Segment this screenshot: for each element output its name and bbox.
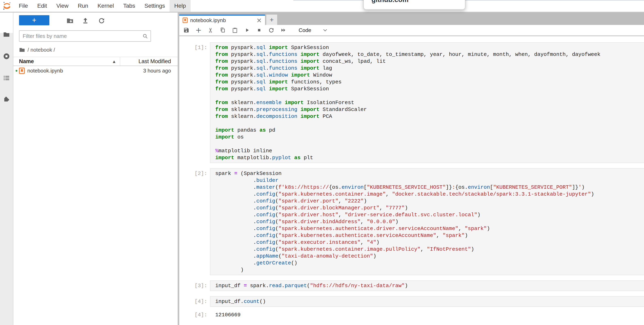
fast-forward-icon — [280, 27, 286, 33]
code-cell-input[interactable]: input_df = spark.read.parquet("hdfs://hd… — [210, 280, 644, 291]
code-line: .config("spark.kubernetes.authenticate.d… — [215, 225, 641, 232]
kernel-running-dot — [16, 70, 18, 72]
cut-cells-button[interactable]: ✂ — [206, 26, 215, 35]
column-header-last-modified[interactable]: Last Modified — [120, 57, 178, 66]
notebook-icon — [182, 18, 188, 23]
filter-files-input[interactable] — [20, 31, 150, 41]
restart-run-all-button[interactable] — [279, 26, 288, 35]
running-sessions-icon[interactable] — [3, 53, 10, 60]
cell-type-dropdown[interactable]: Code — [296, 26, 330, 35]
code-line — [215, 92, 641, 99]
code-line: input_df = spark.read.parquet("hdfs://hd… — [215, 282, 641, 289]
code-line: from pyspark.sql.functions import dayofw… — [215, 51, 641, 58]
column-header-name[interactable]: Name ▲ — [13, 58, 120, 65]
file-row[interactable]: notebook.ipynb3 hours ago — [13, 66, 178, 75]
insert-cell-button[interactable]: + — [194, 26, 203, 35]
file-name: notebook.ipynb — [27, 68, 63, 74]
restart-kernel-button[interactable] — [267, 26, 276, 35]
new-launcher-button[interactable]: + — [19, 15, 49, 25]
home-folder-icon — [19, 47, 25, 53]
menu-edit[interactable]: Edit — [32, 0, 52, 12]
notebook-cell: [4]:input_df.count() — [179, 296, 644, 307]
menu-run[interactable]: Run — [73, 0, 93, 12]
code-cell-input[interactable]: input_df.count() — [210, 296, 644, 307]
cell-input-prompt: [1]: — [179, 42, 210, 163]
cell-input-prompt: [4]: — [179, 296, 210, 307]
origin-popup: github.com — [364, 0, 465, 10]
breadcrumb-path: / notebook / — [28, 47, 55, 53]
code-cell-input[interactable]: spark = (SparkSession .builder .master(f… — [210, 168, 644, 275]
run-cell-button[interactable] — [242, 26, 252, 35]
main-dock-panel: notebook.ipynb × + + ✂ — [179, 13, 644, 325]
file-list: notebook.ipynb3 hours ago — [13, 66, 178, 75]
copy-cells-button[interactable] — [218, 26, 228, 35]
upload-icon — [82, 17, 89, 24]
refresh-icon — [98, 17, 105, 24]
cell-output-prompt: [4]: — [179, 309, 210, 318]
notebook-cell: [1]:from pyspark.sql import SparkSession… — [179, 42, 644, 163]
code-line: input_df.count() — [215, 298, 641, 305]
cell-output: [4]:12106669 — [179, 309, 644, 318]
scissors-icon: ✂ — [208, 28, 214, 33]
upload-button[interactable] — [81, 16, 90, 25]
activity-tab-active-highlight — [0, 13, 13, 33]
menu-bar: FileEditViewRunKernelTabsSettingsHelp — [0, 0, 644, 13]
code-cell-input[interactable]: from pyspark.sql import SparkSessionfrom… — [210, 42, 644, 163]
file-last-modified: 3 hours ago — [143, 68, 178, 74]
code-line: from pyspark.sql import SparkSession — [215, 86, 641, 92]
code-line: .config("spark.kubernetes.authenticate.s… — [215, 232, 641, 239]
cell-input-prompt: [3]: — [179, 280, 210, 291]
file-list-header: Name ▲ Last Modified — [13, 57, 178, 66]
notebook-cell: [2]:spark = (SparkSession .builder .mast… — [179, 168, 644, 275]
new-launcher-plus: + — [32, 16, 36, 25]
notebook-cell: [3]:input_df = spark.read.parquet("hdfs:… — [179, 280, 644, 291]
code-line: .builder — [215, 177, 641, 184]
file-browser-icon[interactable] — [3, 31, 10, 38]
code-line: from sklearn.preprocessing import Standa… — [215, 106, 641, 113]
menu-help[interactable]: Help — [170, 0, 190, 12]
code-line: import os — [215, 134, 641, 141]
cell-output-text: 12106669 — [210, 309, 240, 318]
cell-type-value: Code — [299, 27, 311, 34]
menu-kernel[interactable]: Kernel — [93, 0, 118, 12]
notebook-content: [1]:from pyspark.sql import SparkSession… — [179, 37, 644, 325]
menu-file[interactable]: File — [14, 0, 32, 12]
paste-cells-button[interactable] — [230, 26, 240, 35]
code-line: .config("spark.driver.host", "driver-ser… — [215, 211, 641, 218]
code-line: .config("spark.driver.port", "2222") — [215, 198, 641, 204]
menu-tabs[interactable]: Tabs — [118, 0, 140, 12]
code-line: .getOrCreate() — [215, 260, 641, 266]
menu-view[interactable]: View — [52, 0, 73, 12]
code-line: spark = (SparkSession — [215, 170, 641, 177]
menu-settings[interactable]: Settings — [140, 0, 170, 12]
code-line: ) — [215, 266, 641, 273]
search-icon — [142, 34, 148, 39]
menu-items: FileEditViewRunKernelTabsSettingsHelp — [14, 0, 190, 12]
code-line: from pyspark.sql.window import Window — [215, 72, 641, 79]
copy-icon — [220, 27, 226, 33]
breadcrumb[interactable]: / notebook / — [19, 46, 55, 54]
code-line: from pyspark.sql.functions import concat… — [215, 58, 641, 65]
code-line: from pyspark.sql.functions import lag — [215, 65, 641, 72]
extensions-icon[interactable] — [3, 96, 10, 103]
new-folder-button[interactable] — [66, 16, 74, 25]
save-button[interactable] — [182, 26, 191, 35]
panel-splitter[interactable] — [178, 13, 179, 325]
new-tab-button[interactable]: + — [266, 15, 277, 25]
restart-icon — [268, 27, 274, 33]
run-icon — [244, 27, 250, 33]
paste-icon — [232, 27, 238, 33]
plus-icon: + — [196, 27, 202, 34]
window-top-edge — [293, 0, 644, 1]
refresh-file-list-button[interactable] — [97, 16, 106, 25]
table-of-contents-icon[interactable] — [3, 75, 10, 81]
tab-notebook[interactable]: notebook.ipynb × — [179, 15, 265, 25]
code-line — [215, 141, 641, 147]
save-icon — [183, 27, 190, 33]
interrupt-kernel-button[interactable] — [254, 26, 264, 35]
activity-bar — [0, 13, 13, 325]
chevron-down-icon — [323, 29, 327, 32]
sort-ascending-icon: ▲ — [113, 60, 115, 63]
tab-close-icon[interactable]: × — [256, 17, 262, 24]
code-line: .config("spark.executor.instances", "4") — [215, 239, 641, 246]
